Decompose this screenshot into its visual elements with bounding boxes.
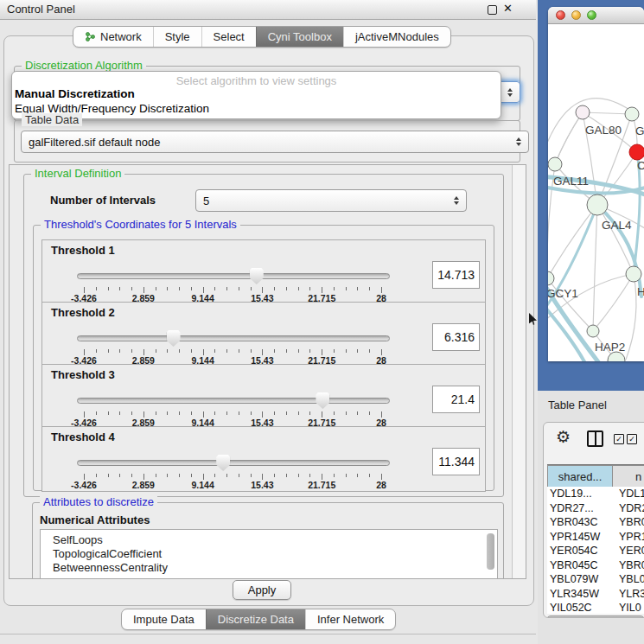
attribute-item[interactable]: TopologicalCoefficient (53, 547, 162, 560)
close-red-icon[interactable] (556, 10, 565, 20)
close-icon[interactable]: ✕ (503, 2, 513, 15)
algorithm-dropdown-popup: Select algorithm to view settings Manual… (11, 71, 501, 119)
table-row[interactable]: YDR27...YDR2 (547, 501, 644, 516)
threshold-value-field[interactable]: 21.4 (432, 386, 480, 413)
network-node-label: GCY1 (548, 287, 578, 300)
tab-label: Select (214, 27, 245, 47)
column-header-shared-name[interactable]: shared... (547, 465, 613, 488)
checkbox-icon[interactable]: ✓ (614, 434, 624, 444)
network-edge (626, 274, 636, 360)
threshold-slider[interactable] (77, 453, 388, 474)
table-row[interactable]: YBL079WYBL0 (547, 572, 644, 587)
table-cell: YIL052C (547, 601, 613, 614)
tab-select[interactable]: Select (201, 27, 256, 47)
network-node-label: GAL11 (553, 175, 589, 188)
slider-track[interactable] (77, 273, 390, 279)
checkbox-icon[interactable]: ✓ (627, 434, 637, 444)
numerical-attributes-list[interactable]: SelfLoopsTopologicalCoefficientBetweenne… (40, 529, 498, 579)
minimize-yellow-icon[interactable] (571, 10, 581, 20)
table-panel-body: ⚙ ✓ ✓ shared... n YDL19...YDL1YDR27...YD… (543, 422, 644, 618)
slider-handle[interactable] (167, 330, 181, 347)
tab-label: jActiveMNodules (355, 27, 439, 47)
table-data-combo[interactable]: galFiltered.sif default node (21, 131, 529, 153)
attributes-group-title: Attributes to discretize (40, 495, 157, 508)
network-node-label: HAP2 (595, 341, 625, 354)
tab-impute-data[interactable]: Impute Data (122, 609, 206, 629)
settings-gear-icon[interactable]: ⚙ (556, 427, 571, 447)
attribute-item[interactable]: BetweennessCentrality (53, 561, 168, 574)
settings-scroll-area: Interval Definition Number of Intervals … (9, 164, 526, 579)
network-node[interactable] (548, 271, 554, 285)
combo-stepper-icon (516, 137, 521, 146)
network-node[interactable] (629, 144, 644, 160)
network-node-label: GAL4 (602, 219, 632, 232)
number-of-intervals-combo[interactable]: 5 (195, 189, 467, 212)
threshold-slider[interactable] (77, 328, 388, 349)
horizontal-scrollbar-thumb[interactable] (546, 615, 644, 618)
slider-handle[interactable] (316, 392, 329, 409)
threshold-value-field[interactable]: 14.713 (432, 261, 480, 289)
network-node[interactable] (548, 157, 562, 171)
threshold-value-field[interactable]: 11.344 (432, 448, 480, 475)
table-row[interactable]: YLR345WYLR3 (547, 587, 644, 602)
column-header-name[interactable]: n (613, 465, 644, 488)
network-edge (593, 274, 634, 331)
scrollbar-track[interactable] (512, 165, 526, 578)
threshold-slider[interactable] (77, 391, 388, 411)
slider-handle[interactable] (250, 268, 264, 284)
table-cell: YBR0 (613, 515, 644, 530)
network-node[interactable] (626, 266, 641, 282)
float-window-icon[interactable] (488, 5, 497, 15)
network-node[interactable] (576, 105, 590, 119)
slider-ticks (84, 349, 381, 355)
control-panel-tab-bar: NetworkStyleSelectCyni ToolboxjActiveMNo… (73, 26, 451, 48)
list-scrollbar[interactable] (487, 533, 494, 570)
node-table-rows[interactable]: YDL19...YDL1YDR27...YDR2YBR043CYBR0YPR14… (547, 487, 644, 614)
tab-discretize-data[interactable]: Discretize Data (206, 609, 305, 629)
algorithm-option[interactable]: Manual Discretization (15, 87, 135, 100)
apply-button[interactable]: Apply (233, 580, 291, 600)
split-column-icon[interactable] (587, 430, 603, 447)
network-canvas[interactable]: GAL80GACGAL11GAL4GCY1HHAP2 (548, 24, 644, 361)
threshold-box: Threshold 3-3.4262.8599.14415.4321.71528… (41, 364, 486, 430)
table-row[interactable]: YIL052CYIL0 (547, 601, 644, 614)
network-view-window[interactable]: GAL80GACGAL11GAL4GCY1HHAP2 (548, 7, 644, 361)
slider-handle[interactable] (216, 455, 230, 471)
table-panel-title: Table Panel (548, 399, 607, 411)
table-row[interactable]: YDL19...YDL1 (547, 487, 644, 501)
table-cell: YLR3 (613, 587, 644, 602)
threshold-value-field[interactable]: 6.316 (432, 323, 480, 351)
table-cell: YDR27... (547, 501, 613, 516)
network-node[interactable] (587, 325, 599, 337)
combo-stepper-icon (507, 88, 513, 97)
table-row[interactable]: YER054CYER0 (547, 544, 644, 558)
slider-track[interactable] (77, 460, 390, 466)
network-node[interactable] (625, 107, 639, 121)
cyni-bottom-tab-bar: Impute DataDiscretize DataInfer Network (121, 609, 396, 630)
table-cell: YIL0 (613, 601, 644, 614)
zoom-green-icon[interactable] (587, 10, 596, 20)
network-node[interactable] (587, 194, 608, 215)
network-edge-thick (548, 303, 586, 361)
tab-style[interactable]: Style (153, 27, 201, 47)
table-cell: YDL1 (613, 487, 644, 501)
threshold-slider[interactable] (77, 266, 388, 287)
table-cell: YLR345W (547, 587, 613, 602)
tab-cyni-toolbox[interactable]: Cyni Toolbox (256, 27, 343, 47)
table-row[interactable]: YBR045CYBR0 (547, 558, 644, 573)
tab-network[interactable]: Network (73, 27, 153, 47)
network-node-label: H (637, 285, 644, 298)
attribute-item[interactable]: SelfLoops (53, 533, 103, 546)
slider-ticks (84, 287, 381, 293)
table-cell: YBR045C (547, 558, 613, 573)
slider-track[interactable] (77, 335, 390, 341)
attributes-group: Attributes to discretize Numerical Attri… (32, 502, 504, 579)
control-panel-titlebar: Control Panel ✕ (0, 0, 536, 20)
table-row[interactable]: YPR145WYPR1 (547, 530, 644, 545)
slider-track[interactable] (77, 398, 390, 404)
window-bottom-edge (0, 634, 536, 634)
tab-infer-network[interactable]: Infer Network (305, 609, 395, 629)
table-row[interactable]: YBR043CYBR0 (547, 515, 644, 530)
tab-jactivemnodules[interactable]: jActiveMNodules (343, 27, 450, 47)
interval-definition-title: Interval Definition (31, 167, 124, 180)
